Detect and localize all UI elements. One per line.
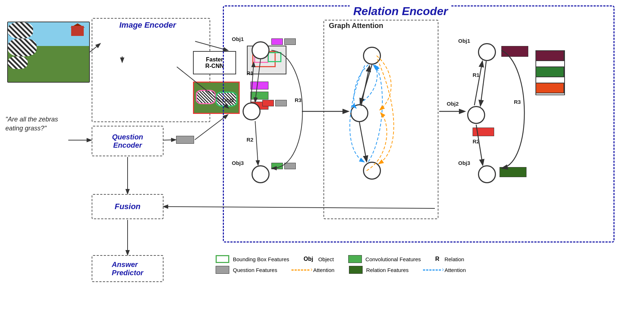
legend-rel-label: Relation Features <box>366 267 409 273</box>
legend-attn-blue-label: Attention <box>445 267 466 273</box>
legend-r-prefix: R <box>435 256 440 262</box>
predictor-box: AnswerPredictor <box>92 255 164 282</box>
legend-bbox-icon <box>216 255 229 263</box>
input-obj3-label: Obj3 <box>232 160 244 166</box>
legend-obj-label: Object <box>318 256 334 262</box>
question-feature-block <box>176 136 194 144</box>
zebra-image <box>7 22 90 83</box>
out-obj1-feat <box>501 46 528 57</box>
output-obj1-node <box>478 43 496 61</box>
legend-relation-feat: Relation Features <box>349 266 409 274</box>
output-r1-label: R1 <box>473 72 479 78</box>
input-obj1-node <box>252 41 270 59</box>
output-r2-label: R2 <box>473 138 479 144</box>
legend-conv-icon <box>348 255 362 263</box>
output-obj2-node <box>467 106 485 124</box>
faster-rcnn-label: FasterR-CNN <box>205 56 224 69</box>
legend-attention-blue: › Attention <box>423 266 466 274</box>
predictor-label: AnswerPredictor <box>112 260 143 277</box>
graph-attention-box <box>323 20 438 219</box>
legend-area: Bounding Box Features Obj Object Convolu… <box>212 252 535 305</box>
bar-outer-box <box>535 50 565 95</box>
obj3-feat-gray <box>284 163 296 169</box>
out-r2-feat <box>473 128 494 136</box>
input-r1-label: R1 <box>247 70 253 76</box>
input-obj2-node <box>243 102 261 120</box>
obj3-feat-green <box>271 163 283 169</box>
input-obj2-label: Obj2 <box>222 97 234 103</box>
question-encoder-box: QuestionEncoder <box>92 126 164 156</box>
legend-conv-label: Convolutional Features <box>365 256 421 262</box>
diagram-container: "Are all the zebras eating grass?" Image… <box>0 0 644 309</box>
legend-q-icon <box>216 266 229 274</box>
obj1-feat-gray <box>284 38 296 45</box>
legend-q-label: Question Features <box>233 267 277 273</box>
question-encoder-label: QuestionEncoder <box>112 133 143 149</box>
output-obj3-label: Obj3 <box>458 160 470 166</box>
obj2-feat-red <box>262 100 274 106</box>
input-r2-label: R2 <box>247 137 253 143</box>
fusion-label: Fusion <box>115 202 141 211</box>
image-encoder-box: Image Encoder FasterR-CNN <box>92 18 210 122</box>
output-r3-label: R3 <box>514 99 521 105</box>
svg-line-5 <box>164 140 175 140</box>
legend-relation: R Relation <box>435 255 464 263</box>
out-obj3-feat <box>500 167 526 177</box>
legend-obj-prefix: Obj <box>304 256 313 262</box>
legend-attn-orange-label: Attention <box>313 267 334 273</box>
output-obj3-node <box>478 165 496 183</box>
legend-rel-icon <box>349 266 363 274</box>
input-obj1-label: Obj1 <box>232 36 244 42</box>
input-obj3-node <box>252 165 270 183</box>
legend-attention-orange: › Attention <box>291 266 334 274</box>
input-r3-label: R3 <box>295 97 302 103</box>
fusion-box: Fusion <box>92 194 164 219</box>
graph-attention-title: Graph Attention <box>329 22 383 30</box>
legend-bbox-label: Bounding Box Features <box>233 256 289 262</box>
image-encoder-title: Image Encoder <box>119 20 176 30</box>
obj1-feat-magenta <box>271 38 283 45</box>
legend-obj: Obj Object <box>304 255 334 263</box>
attn-mid-node <box>350 104 368 122</box>
relation-encoder-title: Relation Encoder <box>350 5 451 18</box>
legend-bbox: Bounding Box Features <box>216 255 289 263</box>
legend-question: Question Features <box>216 266 277 274</box>
attn-bot-node <box>363 162 381 180</box>
attn-top-node <box>363 47 381 65</box>
legend-conv: Convolutional Features <box>348 255 421 263</box>
legend-r-label: Relation <box>445 256 464 262</box>
output-obj1-label: Obj1 <box>458 38 470 44</box>
output-obj2-label: Obj2 <box>447 101 459 107</box>
obj2-feat-gray <box>275 100 287 106</box>
question-text: "Are all the zebras eating grass?" <box>5 115 66 133</box>
